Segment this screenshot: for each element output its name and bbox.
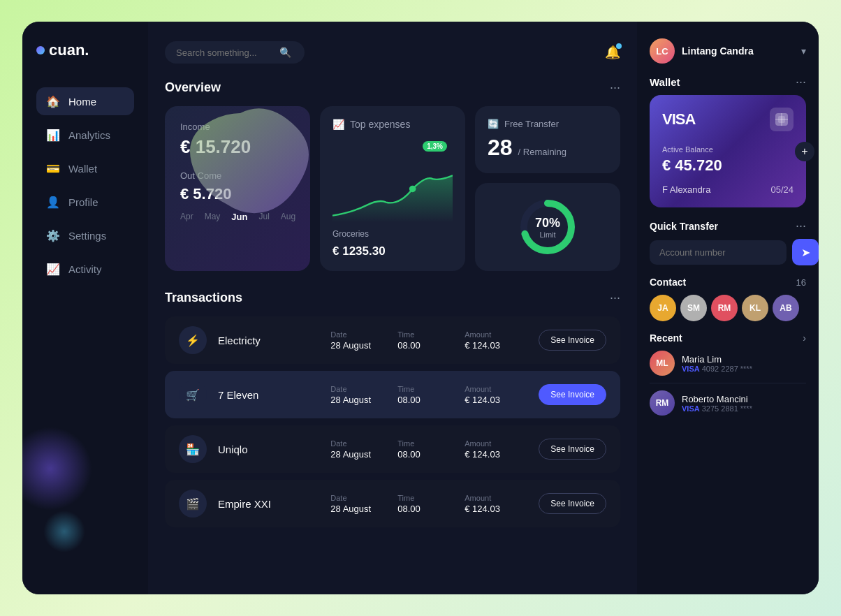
- invoice-btn-4[interactable]: See Invoice: [539, 493, 606, 514]
- tx-date-3: Date 28 August: [330, 439, 386, 460]
- recent-arrow-icon[interactable]: ›: [803, 332, 806, 344]
- limit-card: 70% Limit: [475, 183, 620, 271]
- sidebar-item-label-settings: Settings: [68, 230, 106, 242]
- contact-avatar[interactable]: KL: [742, 295, 768, 321]
- expenses-title: Top expenses: [350, 119, 410, 130]
- sidebar-item-label-analytics: Analytics: [68, 129, 110, 141]
- quick-transfer-menu[interactable]: ···: [796, 219, 806, 233]
- tx-name-electricity: Electricty: [218, 335, 319, 346]
- contact-avatar[interactable]: AB: [773, 295, 799, 321]
- tx-amount-3: Amount € 124.03: [465, 439, 527, 460]
- analytics-icon: 📊: [46, 128, 60, 142]
- logo: cuan.: [36, 41, 134, 59]
- line-chart: [332, 168, 453, 223]
- search-input[interactable]: [176, 47, 274, 58]
- sidebar-item-home[interactable]: 🏠 Home: [36, 87, 134, 115]
- topbar: 🔍 🔔: [165, 41, 620, 64]
- notification-bell[interactable]: 🔔: [605, 45, 620, 60]
- tx-icon-electricity: ⚡: [179, 326, 207, 354]
- wallet-menu[interactable]: ···: [796, 75, 806, 89]
- tx-name-uniqlo: Uniqlo: [218, 443, 319, 455]
- user-name: Lintang Candra: [682, 45, 794, 57]
- transfer-icon: 🔄: [488, 119, 499, 129]
- recent-info: Maria Lim VISA 4092 2287 ****: [682, 354, 752, 373]
- contact-avatar[interactable]: SM: [680, 295, 707, 321]
- wallet-section: Wallet ··· VISA: [650, 75, 806, 207]
- recent-item: RM Roberto Mancini VISA 3275 2881 ****: [650, 383, 806, 423]
- contact-avatar[interactable]: JA: [650, 295, 676, 321]
- expenses-title-row: 📈 Top expenses: [332, 119, 453, 130]
- profile-icon: 👤: [46, 195, 60, 209]
- card-expiry: 05/24: [770, 184, 794, 195]
- home-icon: 🏠: [46, 94, 60, 108]
- right-col-grid: 🔄 Free Transfer 28 / Remaining: [475, 106, 620, 271]
- contact-count: 16: [796, 277, 806, 288]
- sidebar-item-label-wallet: Wallet: [68, 163, 97, 175]
- account-number-input[interactable]: [650, 240, 787, 265]
- tx-amount-2: Amount € 124.03: [465, 385, 527, 405]
- recent-title: Recent: [650, 332, 682, 344]
- wallet-title: Wallet: [650, 76, 680, 88]
- sidebar-item-analytics[interactable]: 📊 Analytics: [36, 121, 134, 149]
- top-expenses-card: 📈 Top expenses 1,3%: [320, 106, 465, 271]
- sidebar-item-label-home: Home: [68, 96, 96, 108]
- chart-area: 1,3%: [332, 135, 453, 223]
- groceries-label: Groceries: [332, 229, 453, 239]
- sidebar-item-profile[interactable]: 👤 Profile: [36, 188, 134, 216]
- app-container: cuan. 🏠 Home 📊 Analytics 💳 Wallet 👤 Prof…: [22, 22, 819, 594]
- user-row[interactable]: LC Lintang Candra ▾: [650, 38, 806, 64]
- transaction-row: 🛒 7 Eleven Date 28 August Time 08.00 Amo…: [165, 371, 620, 418]
- recent-name: Roberto Mancini: [682, 394, 752, 404]
- recent-card-info: VISA 3275 2881 ****: [682, 404, 752, 413]
- quick-transfer-title: Quick Transfer: [650, 221, 718, 232]
- balance-label: Active Balance: [662, 145, 794, 154]
- transaction-row: 🏪 Uniqlo Date 28 August Time 08.00 Amoun…: [165, 425, 620, 473]
- sidebar-item-wallet[interactable]: 💳 Wallet: [36, 154, 134, 182]
- search-box[interactable]: 🔍: [165, 41, 305, 64]
- search-icon: 🔍: [279, 47, 291, 58]
- recent-avatar: RM: [650, 390, 675, 416]
- contact-title: Contact: [650, 277, 686, 288]
- card-holder-name: F Alexandra: [662, 184, 710, 195]
- contact-header: Contact 16: [650, 277, 806, 288]
- recent-item: ML Maria Lim VISA 4092 2287 ****: [650, 344, 806, 383]
- user-avatar: LC: [650, 38, 675, 64]
- chip-icon: [774, 112, 789, 127]
- invoice-btn-3[interactable]: See Invoice: [539, 439, 606, 460]
- credit-card: VISA Active Balance € 45.720: [650, 95, 806, 207]
- tx-time-2: Time 08.00: [397, 385, 453, 405]
- notification-dot: [616, 43, 622, 49]
- contact-avatar[interactable]: RM: [711, 295, 738, 321]
- tx-time-1: Time 08.00: [397, 330, 453, 351]
- sidebar-item-activity[interactable]: 📈 Activity: [36, 255, 134, 283]
- invoice-btn-2[interactable]: See Invoice: [539, 384, 606, 405]
- quick-transfer-header: Quick Transfer ···: [650, 219, 806, 233]
- income-card: Income € 15.720 Out Come € 5.720 Apr May…: [165, 106, 310, 271]
- tx-date-4: Date 28 August: [330, 494, 386, 514]
- add-card-button[interactable]: +: [795, 142, 814, 161]
- chevron-down-icon: ▾: [801, 45, 806, 57]
- card-logo-row: VISA: [662, 108, 794, 131]
- transfer-title: Free Transfer: [504, 119, 559, 129]
- send-button[interactable]: ➤: [792, 239, 819, 265]
- transaction-row: 🎬 Empire XXI Date 28 August Time 08.00 A…: [165, 480, 620, 527]
- transfer-title-row: 🔄 Free Transfer: [488, 119, 608, 129]
- contact-avatars: JA SM RM KL AB: [650, 295, 806, 321]
- glow-decoration-1: [22, 427, 92, 511]
- sidebar-item-settings[interactable]: ⚙️ Settings: [36, 221, 134, 249]
- invoice-btn-1[interactable]: See Invoice: [539, 330, 606, 351]
- tx-icon-empire: 🎬: [179, 490, 207, 518]
- tx-time-4: Time 08.00: [397, 494, 453, 514]
- card-chip: [770, 108, 794, 131]
- trending-icon: 📈: [332, 119, 344, 130]
- transactions-menu[interactable]: ···: [610, 291, 620, 305]
- tx-date-1: Date 28 August: [330, 330, 386, 351]
- wallet-header: Wallet ···: [650, 75, 806, 89]
- overview-cards: Income € 15.720 Out Come € 5.720 Apr May…: [165, 106, 620, 271]
- settings-icon: ⚙️: [46, 228, 60, 242]
- svg-point-0: [409, 186, 416, 193]
- recent-avatar: ML: [650, 351, 675, 376]
- overview-menu[interactable]: ···: [610, 80, 620, 95]
- sidebar: cuan. 🏠 Home 📊 Analytics 💳 Wallet 👤 Prof…: [22, 22, 148, 594]
- tx-amount-4: Amount € 124.03: [465, 494, 527, 514]
